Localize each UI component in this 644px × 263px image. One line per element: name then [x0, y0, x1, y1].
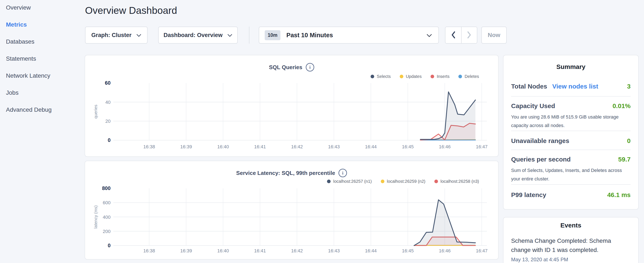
summary-row-p99-latency: P99 latency 46.1 ms	[511, 185, 630, 200]
sidebar-item-overview[interactable]: Overview	[6, 0, 78, 16]
chevron-down-icon	[426, 34, 432, 38]
summary-value: 0	[627, 136, 630, 146]
svg-text:20: 20	[106, 119, 110, 124]
svg-text:40: 40	[106, 100, 110, 105]
svg-text:600: 600	[103, 200, 110, 205]
time-range-select[interactable]: 10m Past 10 Minutes	[259, 27, 439, 44]
app-root: Overview Metrics Databases Statements Ne…	[0, 0, 644, 263]
svg-text:16:39: 16:39	[180, 248, 192, 253]
svg-text:16:45: 16:45	[402, 144, 414, 149]
svg-text:16:38: 16:38	[143, 144, 155, 149]
time-step-back-button[interactable]	[446, 27, 461, 43]
summary-heading: Summary	[511, 63, 630, 71]
summary-row-queries-per-second: Queries per second 59.7 Sum of Selects, …	[511, 150, 630, 185]
chevron-down-icon	[227, 32, 232, 39]
sidebar-item-network-latency[interactable]: Network Latency	[6, 67, 78, 84]
service-latency-chart-card: Service Latency: SQL, 99th percentile i …	[84, 161, 498, 259]
time-step-buttons	[445, 27, 477, 44]
graph-dropdown[interactable]: Graph: Cluster	[85, 27, 148, 44]
sql-queries-chart-card: SQL Queries i Selects Updates Inserts De…	[84, 55, 498, 157]
sql-queries-chart[interactable]: 16:3816:3916:4016:4116:4216:4316:4416:45…	[85, 55, 498, 156]
svg-text:latency (ms): latency (ms)	[93, 205, 98, 228]
dashboard-dropdown[interactable]: Dashboard: Overview	[158, 27, 238, 44]
view-nodes-list-link[interactable]: View nodes list	[552, 82, 598, 91]
event-item-text[interactable]: Schema Change Completed: Schema change w…	[511, 236, 618, 254]
svg-text:16:43: 16:43	[328, 248, 340, 253]
svg-text:16:41: 16:41	[254, 144, 266, 149]
summary-label: Unavailable ranges	[511, 136, 569, 146]
svg-text:60: 60	[105, 80, 110, 86]
time-range-label: Past 10 Minutes	[286, 32, 333, 39]
svg-text:16:39: 16:39	[180, 144, 192, 149]
svg-text:400: 400	[103, 214, 110, 220]
svg-text:16:40: 16:40	[217, 144, 229, 149]
svg-text:16:47: 16:47	[476, 144, 488, 149]
controls-row: Graph: Cluster Dashboard: Overview 10m P…	[85, 27, 507, 44]
svg-text:16:42: 16:42	[291, 248, 303, 253]
summary-row-capacity-used: Capacity Used 0.01% You are using 28.6 M…	[511, 97, 630, 131]
svg-text:16:38: 16:38	[143, 248, 155, 253]
svg-text:16:42: 16:42	[291, 144, 303, 149]
time-step-forward-button[interactable]	[461, 27, 477, 43]
summary-label: Queries per second	[511, 155, 571, 164]
sidebar-item-databases[interactable]: Databases	[6, 33, 78, 50]
summary-row-unavailable-ranges: Unavailable ranges 0	[511, 131, 630, 150]
summary-label: P99 latency	[511, 190, 546, 200]
svg-text:16:40: 16:40	[217, 248, 229, 253]
summary-label: Capacity Used	[511, 101, 555, 111]
dashboard-dropdown-label: Dashboard: Overview	[164, 32, 222, 39]
now-button[interactable]: Now	[481, 27, 507, 44]
sidebar-item-advanced-debug[interactable]: Advanced Debug	[6, 101, 78, 118]
sidebar-item-statements[interactable]: Statements	[6, 50, 78, 67]
controls-divider	[249, 27, 250, 44]
svg-text:16:45: 16:45	[402, 248, 414, 253]
graph-dropdown-label: Graph: Cluster	[91, 32, 132, 39]
svg-text:queries: queries	[93, 105, 98, 119]
svg-text:800: 800	[102, 185, 110, 191]
svg-text:16:44: 16:44	[365, 144, 377, 149]
time-range-badge: 10m	[265, 30, 280, 40]
svg-text:200: 200	[103, 229, 110, 234]
summary-value: 0.01%	[612, 101, 630, 111]
svg-text:16:46: 16:46	[439, 144, 450, 149]
summary-value: 59.7	[618, 155, 630, 164]
chevron-down-icon	[136, 32, 142, 39]
summary-panel: Summary Total Nodes View nodes list 3 Ca…	[503, 55, 639, 210]
svg-text:16:46: 16:46	[439, 248, 450, 253]
svg-text:16:41: 16:41	[254, 248, 266, 253]
sidebar: Overview Metrics Databases Statements Ne…	[6, 0, 78, 118]
chevron-left-icon	[451, 31, 456, 39]
event-item-timestamp: May 13, 2020 at 4:45 PM	[511, 255, 630, 263]
page-title: Overview Dashboard	[85, 5, 177, 16]
svg-text:0: 0	[108, 137, 110, 143]
events-heading: Events	[511, 221, 630, 229]
svg-text:16:47: 16:47	[476, 248, 488, 253]
summary-description: Sum of Selects, Updates, Inserts, and De…	[511, 166, 630, 183]
chevron-right-icon	[467, 31, 471, 39]
sidebar-item-metrics[interactable]: Metrics	[6, 16, 78, 33]
summary-value: 46.1 ms	[607, 190, 630, 200]
sidebar-item-jobs[interactable]: Jobs	[6, 84, 78, 101]
summary-value: 3	[627, 82, 630, 91]
summary-label: Total Nodes	[511, 82, 547, 91]
events-panel: Events Schema Change Completed: Schema c…	[503, 217, 639, 263]
svg-text:16:44: 16:44	[365, 248, 377, 253]
summary-description: You are using 28.6 MiB of 515.9 GiB usab…	[511, 113, 630, 130]
service-latency-chart[interactable]: 16:3816:3916:4016:4116:4216:4316:4416:45…	[85, 161, 498, 259]
summary-row-total-nodes: Total Nodes View nodes list 3	[511, 82, 630, 97]
svg-text:0: 0	[108, 242, 110, 248]
svg-text:16:43: 16:43	[328, 144, 340, 149]
